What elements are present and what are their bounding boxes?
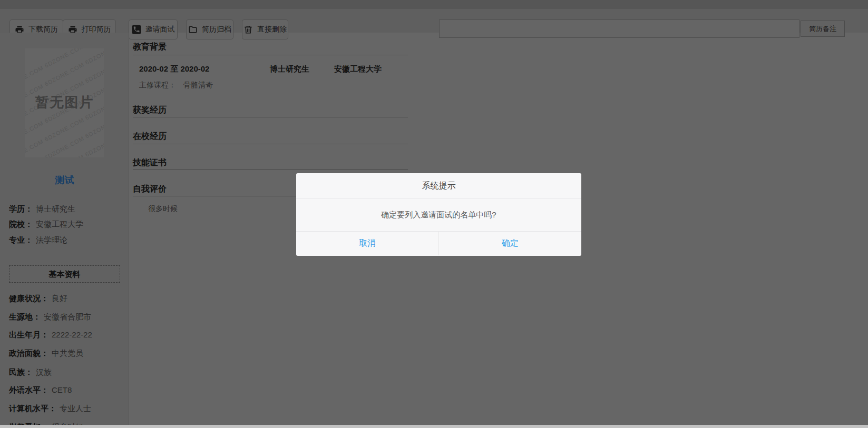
dialog-title: 系统提示 bbox=[296, 173, 581, 198]
cancel-button[interactable]: 取消 bbox=[296, 232, 439, 255]
confirm-button[interactable]: 确定 bbox=[439, 232, 581, 255]
horizontal-scrollbar[interactable] bbox=[0, 425, 868, 428]
dialog-message: 确定要列入邀请面试的名单中吗? bbox=[296, 198, 581, 231]
system-prompt-dialog: 系统提示 确定要列入邀请面试的名单中吗? 取消 确定 bbox=[296, 173, 581, 256]
dialog-footer: 取消 确定 bbox=[296, 231, 581, 255]
